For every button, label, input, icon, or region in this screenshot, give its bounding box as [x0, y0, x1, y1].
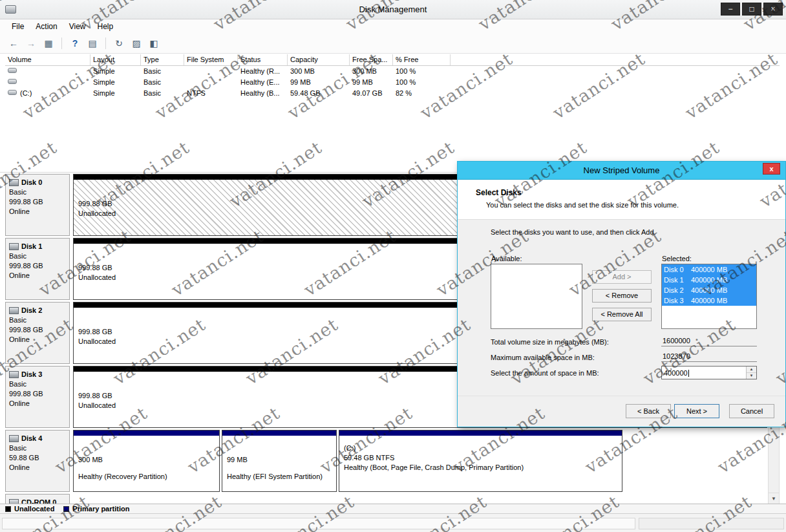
- partition-status: Healthy (EFI System Partition): [227, 472, 323, 482]
- col-pct-free[interactable]: % Free: [393, 54, 451, 65]
- volume-row-recovery[interactable]: Simple Basic Healthy (R... 300 MB 300 MB…: [5, 66, 780, 77]
- selected-disk-item[interactable]: Disk 2 400000 MB: [662, 285, 756, 295]
- close-button[interactable]: ×: [763, 3, 783, 16]
- cell-capacity: 99 MB: [288, 77, 350, 88]
- selected-disk-item[interactable]: Disk 3 400000 MB: [662, 295, 756, 306]
- disk-icon: [9, 435, 19, 442]
- cell-file-system: NTFS: [184, 88, 238, 99]
- amount-label: Select the amount of space in MB:: [491, 369, 599, 377]
- console-tree-icon[interactable]: ▦: [41, 36, 56, 50]
- back-icon[interactable]: ←: [6, 36, 21, 50]
- col-file-system[interactable]: File System: [184, 54, 238, 65]
- disk-kind: Basic: [9, 251, 66, 261]
- amount-value[interactable]: 400000: [664, 368, 689, 378]
- menu-view[interactable]: View: [63, 19, 92, 34]
- remove-button[interactable]: < Remove: [592, 289, 652, 303]
- show-list-icon[interactable]: ▤: [85, 36, 100, 50]
- maximize-button[interactable]: □: [742, 3, 761, 16]
- selected-disk-name: Disk 0: [664, 264, 691, 275]
- cell-free-space: 49.07 GB: [350, 88, 393, 99]
- max-space-label: Maximum available space in MB:: [491, 354, 595, 361]
- disk-1-header[interactable]: Disk 1 Basic 999.88 GB Online: [5, 238, 70, 300]
- disk-icon: [9, 371, 19, 378]
- volume-icon: [8, 90, 17, 95]
- disk-4-c-partition[interactable]: (C:) 59.48 GB NTFS Healthy (Boot, Page F…: [339, 430, 622, 492]
- next-button[interactable]: Next >: [674, 404, 719, 418]
- selected-disk-name: Disk 3: [664, 295, 691, 306]
- selected-disks-listbox[interactable]: Disk 0 400000 MB Disk 1 400000 MB Disk 2…: [661, 264, 757, 329]
- cell-free-space: 99 MB: [350, 77, 393, 88]
- disk-kind: Basic: [9, 315, 66, 325]
- help-icon[interactable]: ?: [68, 36, 82, 50]
- scroll-down-icon[interactable]: ▼: [769, 493, 779, 504]
- col-status[interactable]: Status: [238, 54, 288, 65]
- disk-0-header[interactable]: Disk 0 Basic 999.88 GB Online: [5, 174, 70, 236]
- partition-size: 59.48 GB NTFS: [344, 453, 524, 463]
- cell-status: Healthy (R...: [238, 66, 288, 77]
- status-bar: [0, 513, 786, 532]
- selected-disk-item[interactable]: Disk 1 400000 MB: [662, 275, 756, 285]
- selected-disk-name: Disk 2: [664, 285, 691, 295]
- disk-name: Disk 1: [21, 242, 42, 250]
- col-free-space[interactable]: Free Spa...: [350, 54, 393, 65]
- cell-status: Healthy (B...: [238, 88, 288, 99]
- remove-all-button[interactable]: < Remove All: [592, 308, 652, 321]
- disk-icon: [9, 307, 19, 314]
- col-capacity[interactable]: Capacity: [288, 54, 350, 65]
- add-button[interactable]: Add >: [592, 270, 652, 284]
- spin-up-icon[interactable]: ▲: [747, 367, 756, 373]
- forward-icon[interactable]: →: [24, 36, 38, 50]
- disk-row-cdrom: CD-ROM 0: [0, 494, 786, 504]
- cdrom-header[interactable]: CD-ROM 0: [5, 494, 70, 504]
- cancel-button[interactable]: Cancel: [729, 404, 774, 418]
- cell-layout: Simple: [90, 77, 141, 88]
- primary-partition-stripe: [339, 431, 622, 436]
- disk-4-efi-partition[interactable]: 99 MB Healthy (EFI System Partition): [222, 430, 337, 492]
- selected-label: Selected:: [662, 255, 692, 262]
- disk-4-recovery-partition[interactable]: 300 MB Healthy (Recovery Partition): [73, 430, 220, 492]
- minimize-button[interactable]: −: [721, 3, 740, 16]
- toolbar-separator: [61, 37, 62, 49]
- volume-row-efi[interactable]: Simple Basic Healthy (E... 99 MB 99 MB 1…: [5, 77, 780, 88]
- selected-disk-name: Disk 1: [664, 275, 691, 285]
- dialog-title-bar[interactable]: New Striped Volume x: [458, 162, 785, 180]
- amount-spinner[interactable]: 400000 ▲ ▼: [661, 366, 757, 379]
- volume-row-c[interactable]: (C:) Simple Basic NTFS Healthy (B... 59.…: [5, 88, 780, 99]
- disk-3-header[interactable]: Disk 3 Basic 999.88 GB Online: [5, 366, 70, 428]
- cell-free-space: 300 MB: [350, 66, 393, 77]
- properties-icon[interactable]: ◧: [147, 36, 161, 50]
- disk-4-empty-space: [624, 430, 767, 492]
- disk-2-header[interactable]: Disk 2 Basic 999.88 GB Online: [5, 302, 70, 364]
- status-pane-right: [639, 518, 784, 529]
- selected-disk-size: 400000 MB: [691, 264, 727, 275]
- cell-type: Basic: [141, 77, 184, 88]
- available-disks-listbox[interactable]: [491, 264, 582, 329]
- partition-size: 99 MB: [227, 455, 323, 465]
- partition-status: Unallocated: [78, 401, 116, 410]
- partition-status: Unallocated: [78, 337, 116, 346]
- spin-down-icon[interactable]: ▼: [747, 373, 756, 379]
- menu-help[interactable]: Help: [92, 19, 120, 34]
- refresh-icon[interactable]: ↻: [112, 36, 126, 50]
- col-layout[interactable]: Layout: [90, 54, 141, 65]
- back-button[interactable]: < Back: [626, 404, 671, 418]
- menu-file[interactable]: File: [6, 19, 30, 34]
- disk-size: 59.88 GB: [9, 453, 66, 463]
- col-type[interactable]: Type: [141, 54, 184, 65]
- partition-status: Unallocated: [78, 273, 116, 282]
- disk-status: Online: [9, 271, 66, 281]
- disk-list-icon[interactable]: ▨: [129, 36, 143, 50]
- selected-disk-item[interactable]: Disk 0 400000 MB: [662, 264, 756, 275]
- cell-file-system: [184, 77, 238, 88]
- col-volume[interactable]: Volume: [5, 54, 90, 65]
- new-striped-volume-dialog: New Striped Volume x Select Disks You ca…: [457, 161, 786, 427]
- dialog-close-button[interactable]: x: [763, 163, 780, 175]
- menu-action[interactable]: Action: [30, 19, 63, 34]
- selected-disk-size: 400000 MB: [691, 295, 727, 306]
- disk-status: Online: [9, 463, 66, 473]
- disk-status: Online: [9, 335, 66, 345]
- dialog-description: You can select the disks and set the dis…: [486, 201, 679, 209]
- total-size-label: Total volume size in megabytes (MB):: [491, 338, 609, 346]
- disk-4-bar: 300 MB Healthy (Recovery Partition) 99 M…: [73, 430, 767, 492]
- disk-4-header[interactable]: Disk 4 Basic 59.88 GB Online: [5, 430, 70, 492]
